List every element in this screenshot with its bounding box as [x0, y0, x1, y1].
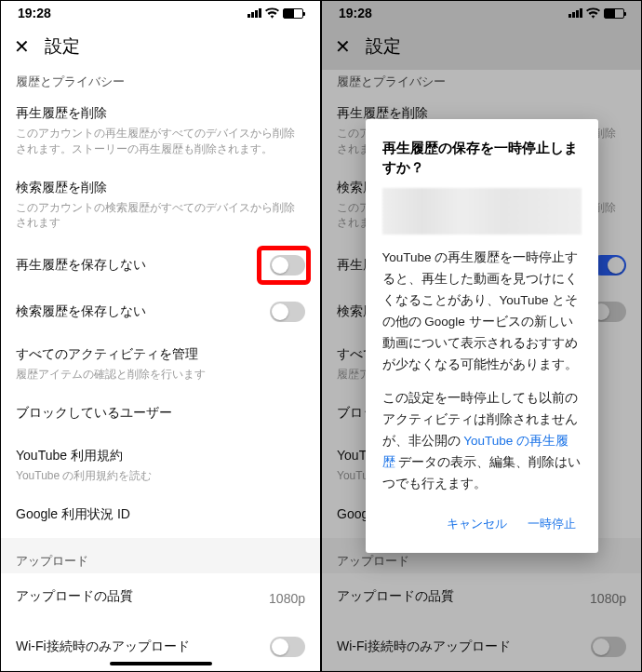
settings-list[interactable]: 履歴とプライバシー 再生履歴を削除 このアカウントの再生履歴がすべてのデバイスか…: [1, 70, 320, 671]
section-header-chat: チャット: [1, 670, 320, 671]
row-google-usage-id[interactable]: Google 利用状況 ID: [1, 495, 320, 538]
status-time: 19:28: [18, 6, 51, 20]
row-delete-watch-history[interactable]: 再生履歴を削除 このアカウントの再生履歴がすべてのデバイスから削除されます。スト…: [1, 94, 320, 168]
row-delete-search-history[interactable]: 検索履歴を削除 このアカウントの検索履歴がすべてのデバイスから削除されます: [1, 168, 320, 243]
section-header-upload: アップロード: [1, 538, 320, 573]
highlight-box-toggle: [257, 246, 311, 285]
signal-icon: [247, 8, 261, 18]
status-bar: 19:28: [1, 1, 320, 25]
pause-button[interactable]: 一時停止: [522, 508, 582, 540]
cancel-button[interactable]: キャンセル: [439, 508, 515, 540]
phone-right: 19:28 ✕ 設定 履歴とプライバシー 再生履歴を削除 このアカウントの再生履…: [321, 0, 642, 672]
toggle-wifi-upload[interactable]: [270, 637, 305, 657]
phone-left: 19:28 ✕ 設定 履歴とプライバシー 再生履歴を削除 このアカウントの再生履…: [0, 0, 321, 672]
dialog-body-2: この設定を一時停止しても以前のアクティビティは削除されませんが、非公開の You…: [382, 388, 582, 495]
row-pause-search-history[interactable]: 検索履歴を保存しない: [1, 289, 320, 335]
page-title: 設定: [45, 34, 80, 59]
redacted-block: [382, 188, 582, 235]
battery-icon: [283, 8, 303, 19]
toggle-pause-search[interactable]: [270, 302, 305, 322]
dialog-backdrop[interactable]: 再生履歴の保存を一時停止しますか？ YouTube の再生履歴を一時停止すると、…: [322, 1, 641, 671]
home-indicator[interactable]: [110, 662, 212, 665]
row-youtube-tos[interactable]: YouTube 利用規約 YouTube の利用規約を読む: [1, 437, 320, 495]
header: ✕ 設定: [1, 25, 320, 70]
close-icon[interactable]: ✕: [14, 37, 30, 56]
dialog-title: 再生履歴の保存を一時停止しますか？: [382, 138, 582, 177]
row-upload-quality[interactable]: アップロードの品質 1080p: [1, 573, 320, 624]
status-right: [247, 7, 303, 19]
wifi-icon: [265, 7, 279, 19]
row-manage-activity[interactable]: すべてのアクティビティを管理 履歴アイテムの確認と削除を行います: [1, 335, 320, 394]
confirm-dialog: 再生履歴の保存を一時停止しますか？ YouTube の再生履歴を一時停止すると、…: [366, 119, 598, 553]
dialog-body-1: YouTube の再生履歴を一時停止すると、再生した動画を見つけにくくなることが…: [382, 248, 582, 376]
row-blocked-users[interactable]: ブロックしているユーザー: [1, 394, 320, 437]
upload-quality-value: 1080p: [269, 591, 305, 606]
section-header-privacy: 履歴とプライバシー: [1, 70, 320, 94]
dialog-buttons: キャンセル 一時停止: [382, 508, 582, 540]
